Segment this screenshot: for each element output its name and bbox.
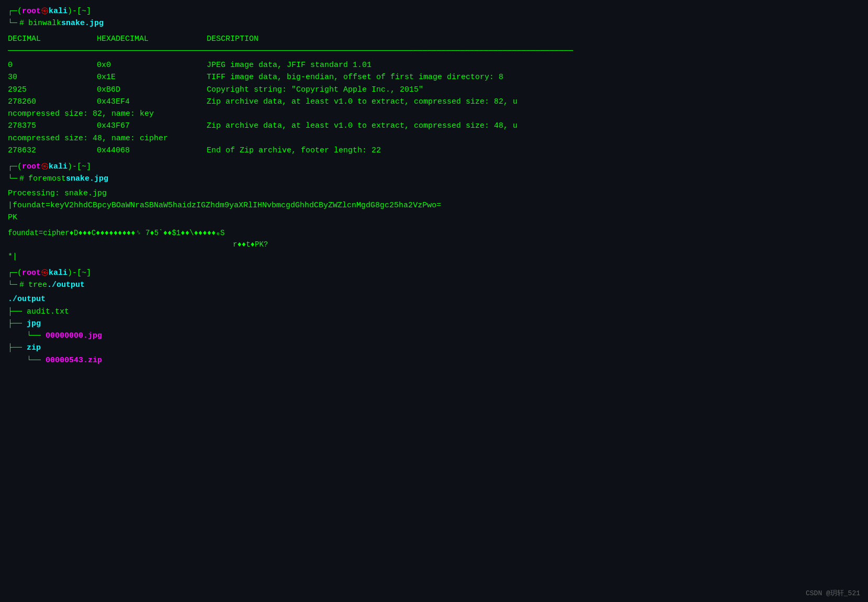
cell-hex-2: 0xB6D xyxy=(97,84,207,96)
command-line-1: └─# binwalk snake.jpg xyxy=(8,17,860,29)
header-hex: HEXADECIMAL xyxy=(97,33,207,45)
spacer-3 xyxy=(8,263,860,267)
cell-hex-1: 0x1E xyxy=(97,71,207,83)
tree-jpg-filename: 00000000.jpg xyxy=(46,331,102,340)
cmd-arg-binwalk: snake.jpg xyxy=(61,17,104,29)
table-row-3b: ncompressed size: 82, name: key xyxy=(8,108,860,120)
hash-1: # xyxy=(19,17,24,29)
open-bracket-3: ┌─( xyxy=(8,269,22,277)
cell-decimal-4: 278375 xyxy=(8,120,97,132)
open-bracket-2: ┌─( xyxy=(8,162,22,171)
table-divider: ────────────────────────────────────────… xyxy=(8,45,860,57)
root-label-3: root xyxy=(22,269,41,277)
spacer-1 xyxy=(8,157,860,161)
terminal: ┌─(root㉿kali)-[~] └─# binwalk snake.jpg … xyxy=(0,0,868,372)
at-symbol-2: ㉿ xyxy=(41,162,49,171)
command-block-3: ┌─(root㉿kali)-[~] └─# tree ./output xyxy=(8,267,860,292)
cmd-binwalk: binwalk xyxy=(28,17,61,29)
cell-desc-1: TIFF image data, big-endian, offset of f… xyxy=(207,71,503,83)
hash-2: # xyxy=(19,173,24,185)
hash-line-1: └─ xyxy=(8,17,17,29)
table-row-5: 2786320x44068End of Zip archive, footer … xyxy=(8,144,860,157)
tree-jpg-label: jpg xyxy=(27,319,41,328)
output-foundat-key: |foundat=keyV2hhdCBpcyBOaWNraSBNaW5haidz… xyxy=(8,199,860,211)
table-row-3: 2782600x43EF4Zip archive data, at least … xyxy=(8,96,860,108)
close-bracket-3: )-[~] xyxy=(67,269,91,277)
output-pk-1: PK xyxy=(8,211,860,224)
tree-zip-file: └── 00000543.zip xyxy=(8,354,860,366)
cell-decimal-1: 30 xyxy=(8,71,97,83)
kali-label-3: kali xyxy=(49,269,67,277)
table-row-1: 300x1ETIFF image data, big-endian, offse… xyxy=(8,71,860,83)
tree-zip-label: zip xyxy=(27,343,41,352)
output-binary-line-2: r♦♦t♦PK? xyxy=(8,239,860,251)
table-header: DECIMALHEXADECIMALDESCRIPTION xyxy=(8,33,860,45)
tree-jpg-dir: ├── jpg xyxy=(8,318,860,330)
cell-desc-3: Zip archive data, at least v1.0 to extra… xyxy=(207,96,517,108)
tree-root: ./output xyxy=(8,293,860,305)
cell-decimal-3: 278260 xyxy=(8,96,97,108)
table-row-0: 00x0JPEG image data, JFIF standard 1.01 xyxy=(8,59,860,71)
cell-desc-5: End of Zip archive, footer length: 22 xyxy=(207,144,381,157)
output-foundat-cipher: foundat=cipher♦D♦♦♦C♦♦♦♦♦♦♦♦♦␠ 7♦5`♦♦$1♦… xyxy=(8,228,860,239)
cell-desc-2: Copyright string: "Copyright Apple Inc.,… xyxy=(207,84,423,96)
cmd-tree: tree xyxy=(28,279,47,291)
tree-root-label: ./output xyxy=(8,295,46,304)
cell-hex-4: 0x43F67 xyxy=(97,120,207,132)
cmd-foremost: foremost xyxy=(28,173,66,185)
output-processing: Processing: snake.jpg xyxy=(8,187,860,199)
table-row-4: 2783750x43F67Zip archive data, at least … xyxy=(8,120,860,132)
output-star: *| xyxy=(8,251,860,263)
cell-continuation-4: ncompressed size: 48, name: cipher xyxy=(8,134,168,143)
close-bracket-1: )-[~] xyxy=(67,7,91,16)
hash-line-3: └─ xyxy=(8,279,17,291)
tree-zip-filename: 00000543.zip xyxy=(46,356,102,365)
command-block-1: ┌─(root㉿kali)-[~] └─# binwalk snake.jpg xyxy=(8,5,860,30)
cell-desc-4: Zip archive data, at least v1.0 to extra… xyxy=(207,120,517,132)
cell-hex-0: 0x0 xyxy=(97,59,207,71)
cell-decimal-5: 278632 xyxy=(8,144,97,157)
spacer-2 xyxy=(8,224,860,228)
tree-zip-dir: ├── zip xyxy=(8,342,860,354)
hash-line-2: └─ xyxy=(8,173,17,185)
cell-hex-5: 0x44068 xyxy=(97,144,207,157)
tree-audit: ├── audit.txt xyxy=(8,306,860,318)
cmd-arg-tree: ./output xyxy=(47,279,85,291)
cell-decimal-2: 2925 xyxy=(8,84,97,96)
command-block-2: ┌─(root㉿kali)-[~] └─# foremost snake.jpg xyxy=(8,161,860,185)
hash-3: # xyxy=(19,279,24,291)
prompt-1: ┌─(root㉿kali)-[~] xyxy=(8,5,91,17)
tree-jpg-file: └── 00000000.jpg xyxy=(8,330,860,342)
at-symbol-1: ㉿ xyxy=(41,7,49,16)
kali-label-1: kali xyxy=(49,7,67,16)
command-line-2: └─# foremost snake.jpg xyxy=(8,173,860,185)
header-decimal: DECIMAL xyxy=(8,33,97,45)
cell-continuation-3: ncompressed size: 82, name: key xyxy=(8,109,154,118)
prompt-3: ┌─(root㉿kali)-[~] xyxy=(8,267,91,279)
cmd-arg-foremost: snake.jpg xyxy=(66,173,108,185)
open-bracket-1: ┌─( xyxy=(8,7,22,16)
prompt-line-1: ┌─(root㉿kali)-[~] xyxy=(8,5,860,17)
table-row-2: 29250xB6DCopyright string: "Copyright Ap… xyxy=(8,84,860,96)
cell-decimal-0: 0 xyxy=(8,59,97,71)
prompt-line-2: ┌─(root㉿kali)-[~] xyxy=(8,161,860,173)
at-symbol-3: ㉿ xyxy=(41,269,49,277)
table-row-4b: ncompressed size: 48, name: cipher xyxy=(8,132,860,144)
cell-desc-0: JPEG image data, JFIF standard 1.01 xyxy=(207,59,371,71)
cell-hex-3: 0x43EF4 xyxy=(97,96,207,108)
root-label-1: root xyxy=(22,7,41,16)
close-bracket-2: )-[~] xyxy=(67,162,91,171)
watermark: CSDN @玥轩_521 xyxy=(806,588,860,598)
header-desc: DESCRIPTION xyxy=(207,33,258,45)
prompt-2: ┌─(root㉿kali)-[~] xyxy=(8,161,91,173)
command-line-3: └─# tree ./output xyxy=(8,279,860,291)
prompt-line-3: ┌─(root㉿kali)-[~] xyxy=(8,267,860,279)
root-label-2: root xyxy=(22,162,41,171)
kali-label-2: kali xyxy=(49,162,67,171)
